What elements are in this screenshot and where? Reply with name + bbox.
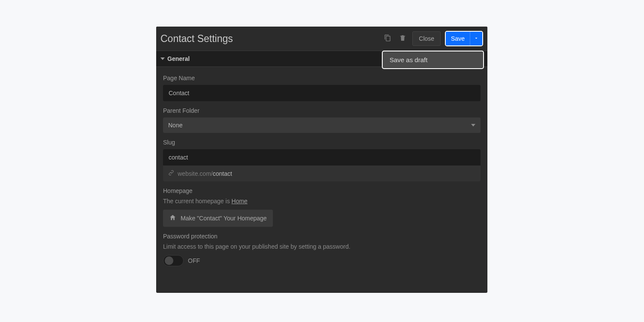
header-actions: Close Save [382, 31, 483, 46]
link-icon [168, 170, 174, 177]
slug-preview-slug: contact [213, 170, 232, 177]
dialog-title: Contact Settings [160, 33, 382, 45]
parent-folder-value: None [168, 122, 182, 129]
parent-folder-label: Parent Folder [163, 107, 481, 114]
toggle-knob [165, 256, 173, 265]
trash-icon [399, 34, 406, 43]
save-dropdown-toggle[interactable] [470, 32, 482, 45]
page-name-label: Page Name [163, 75, 481, 81]
password-toggle-state: OFF [188, 257, 200, 264]
dialog-header: Contact Settings Close Save [156, 27, 487, 51]
homepage-subtext-prefix: The current homepage is [163, 198, 232, 205]
password-protection-label: Password protection [163, 233, 481, 240]
slug-preview-prefix: website.com/ [178, 170, 213, 177]
password-protection-subtext: Limit access to this page on your publis… [163, 243, 481, 250]
homepage-label: Homepage [163, 187, 481, 194]
caret-down-icon [160, 57, 165, 60]
close-button[interactable]: Close [412, 31, 441, 46]
delete-icon-button[interactable] [397, 33, 408, 45]
dialog-body: Page Name Parent Folder None Slug websit… [156, 67, 487, 293]
make-homepage-button[interactable]: Make "Contact" Your Homepage [163, 210, 273, 227]
save-button[interactable]: Save [446, 32, 470, 45]
contact-settings-dialog: Contact Settings Close Save [156, 27, 487, 293]
save-as-draft-item[interactable]: Save as draft [383, 51, 483, 68]
password-toggle[interactable] [163, 255, 184, 266]
save-button-group: Save [445, 31, 483, 46]
copy-icon [384, 34, 391, 43]
copy-icon-button[interactable] [382, 33, 393, 45]
caret-down-icon [471, 124, 475, 126]
homepage-subtext: The current homepage is Home [163, 198, 481, 205]
parent-folder-select[interactable]: None [163, 117, 481, 133]
section-title: General [167, 55, 190, 62]
save-dropdown-menu: Save as draft [382, 51, 484, 69]
make-homepage-label: Make "Contact" Your Homepage [181, 215, 267, 222]
homepage-current-link[interactable]: Home [232, 198, 248, 205]
slug-label: Slug [163, 139, 481, 146]
password-toggle-row: OFF [163, 255, 481, 266]
home-icon [169, 214, 176, 223]
chevron-down-icon [474, 36, 479, 42]
slug-preview-text: website.com/contact [178, 170, 232, 177]
page-name-input[interactable] [163, 85, 481, 101]
slug-url-preview: website.com/contact [163, 166, 481, 181]
slug-input[interactable] [163, 149, 481, 166]
